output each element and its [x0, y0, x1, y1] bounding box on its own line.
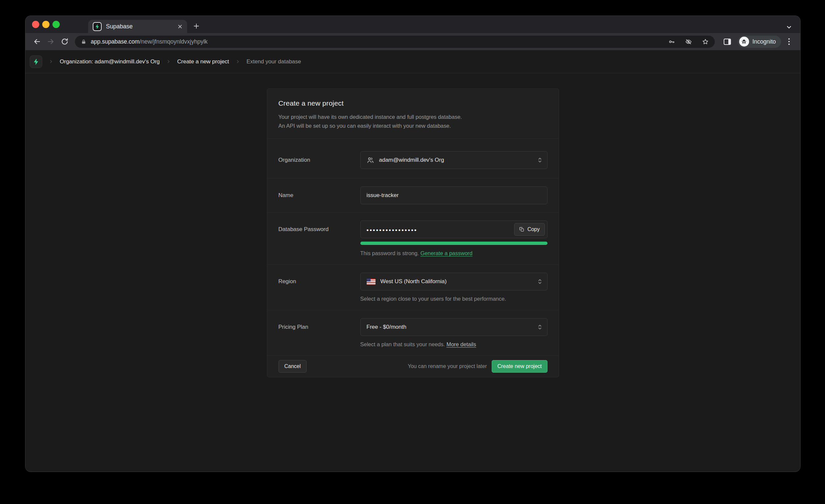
- password-input[interactable]: •••••••••••••••• Copy: [360, 220, 547, 238]
- page-content: Create a new project Your project will h…: [25, 73, 800, 471]
- tab-strip: Supabase: [25, 16, 800, 33]
- users-icon: [367, 156, 374, 164]
- password-key-icon[interactable]: [668, 38, 675, 45]
- chevron-right-icon: [49, 59, 53, 64]
- reload-button[interactable]: [58, 34, 72, 49]
- pricing-helper: Select a plan that suits your needs.: [360, 341, 447, 347]
- browser-menu-icon[interactable]: [782, 34, 796, 49]
- password-strength-text: This password is strong.: [360, 250, 421, 256]
- us-flag-icon: [367, 279, 376, 285]
- card-header: Create a new project Your project will h…: [267, 89, 559, 138]
- copy-icon: [519, 227, 524, 232]
- generate-password-link[interactable]: Generate a password: [421, 250, 472, 256]
- browser-toolbar: app.supabase.com/new/jfnsmqoynldvxjyhpyl…: [25, 33, 800, 50]
- copy-password-button[interactable]: Copy: [514, 223, 544, 236]
- name-row: Name issue-tracker: [267, 178, 559, 212]
- zoom-window-button[interactable]: [53, 21, 60, 28]
- breadcrumb-create-project: Create a new project: [177, 58, 229, 65]
- pricing-value: Free - $0/month: [367, 324, 406, 331]
- pricing-label: Pricing Plan: [279, 318, 360, 331]
- create-new-project-button[interactable]: Create new project: [492, 360, 547, 373]
- pricing-select[interactable]: Free - $0/month: [360, 318, 547, 336]
- region-select[interactable]: West US (North California): [360, 273, 547, 290]
- password-row: Database Password •••••••••••••••• Copy …: [267, 212, 559, 264]
- organization-row: Organization adam@windmill.dev's Org: [267, 138, 559, 178]
- minimize-window-button[interactable]: [42, 21, 50, 28]
- select-chevrons-icon: [537, 278, 542, 285]
- tab-title: Supabase: [106, 23, 177, 30]
- incognito-icon: [739, 37, 749, 47]
- url-path: /new/jfnsmqoynldvxjyhpylk: [140, 38, 208, 45]
- rename-note: You can rename your project later: [408, 363, 487, 369]
- select-chevrons-icon: [537, 157, 542, 163]
- chevron-right-icon: [166, 59, 171, 64]
- tab-close-icon[interactable]: [177, 24, 182, 29]
- supabase-logo[interactable]: [30, 56, 42, 68]
- browser-window: Supabase app.supabase.com/new/jfnsmqoynl…: [25, 16, 800, 472]
- browser-tab-supabase[interactable]: Supabase: [88, 20, 187, 33]
- region-helper: Select a region close to your users for …: [360, 296, 547, 302]
- window-controls: [32, 21, 60, 28]
- region-row: Region West US (North California) Select…: [267, 264, 559, 310]
- password-label: Database Password: [279, 220, 360, 233]
- create-project-card: Create a new project Your project will h…: [267, 88, 559, 377]
- more-details-link[interactable]: More details: [447, 341, 476, 347]
- password-strength-bar: [360, 241, 547, 245]
- organization-value: adam@windmill.dev's Org: [379, 157, 444, 163]
- select-chevrons-icon: [537, 324, 542, 331]
- side-panel-icon[interactable]: [720, 34, 735, 49]
- new-tab-button[interactable]: [193, 23, 200, 29]
- address-bar[interactable]: app.supabase.com/new/jfnsmqoynldvxjyhpyl…: [75, 35, 715, 48]
- organization-label: Organization: [279, 151, 360, 163]
- back-button[interactable]: [30, 34, 44, 49]
- card-description-line2: An API will be set up so you can easily …: [279, 122, 547, 130]
- url-host: app.supabase.com: [91, 38, 140, 45]
- name-label: Name: [279, 187, 360, 199]
- supabase-favicon-icon: [93, 22, 102, 31]
- bookmark-star-icon[interactable]: [702, 38, 709, 45]
- card-description-line1: Your project will have its own dedicated…: [279, 113, 547, 122]
- chevron-right-icon: [236, 59, 240, 64]
- lock-icon[interactable]: [81, 39, 86, 45]
- region-label: Region: [279, 273, 360, 285]
- app-header: Organization: adam@windmill.dev's Org Cr…: [25, 50, 800, 73]
- copy-button-label: Copy: [527, 226, 539, 232]
- cancel-button[interactable]: Cancel: [279, 360, 307, 373]
- eye-off-icon[interactable]: [685, 38, 692, 45]
- close-window-button[interactable]: [32, 21, 39, 28]
- card-footer: Cancel You can rename your project later…: [267, 355, 559, 377]
- region-value: West US (North California): [380, 278, 447, 285]
- breadcrumb-extend-database: Extend your database: [246, 58, 301, 65]
- password-masked-value: ••••••••••••••••: [367, 226, 418, 233]
- organization-select[interactable]: adam@windmill.dev's Org: [360, 151, 547, 169]
- incognito-label: Incognito: [752, 38, 776, 45]
- name-input[interactable]: issue-tracker: [360, 187, 547, 204]
- tab-search-chevron-icon[interactable]: [786, 24, 792, 32]
- incognito-badge: Incognito: [738, 35, 781, 48]
- page-title: Create a new project: [279, 99, 547, 107]
- breadcrumb-organization: Organization: adam@windmill.dev's Org: [60, 58, 160, 65]
- name-value: issue-tracker: [367, 192, 399, 199]
- forward-button[interactable]: [44, 34, 58, 49]
- pricing-row: Pricing Plan Free - $0/month Select a pl…: [267, 310, 559, 355]
